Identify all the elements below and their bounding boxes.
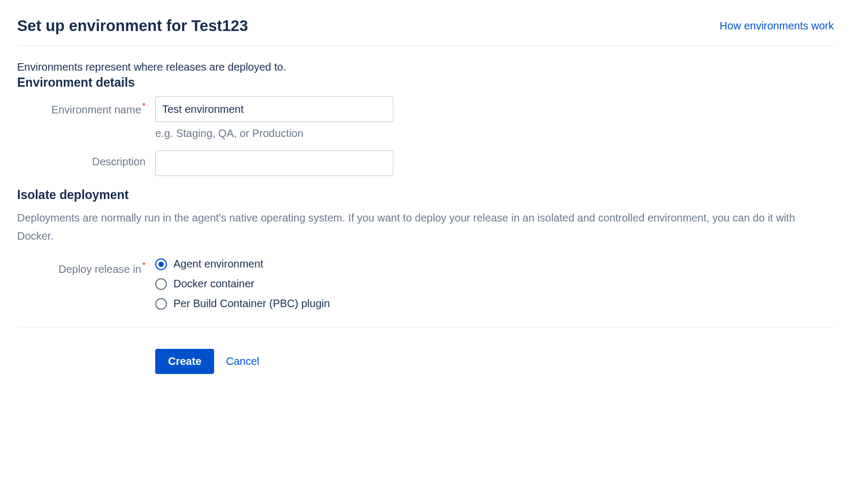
environment-name-hint: e.g. Staging, QA, or Production <box>155 127 393 140</box>
deploy-release-in-radio-group: Agent environment Docker container Per B… <box>155 256 330 310</box>
radio-docker-container[interactable]: Docker container <box>155 278 330 290</box>
environment-name-label: Environment name* <box>17 96 155 116</box>
footer-divider <box>17 327 834 327</box>
intro-text: Environments represent where releases ar… <box>17 61 834 73</box>
page-title: Set up environment for Test123 <box>17 17 248 35</box>
deploy-release-in-label-text: Deploy release in <box>58 263 141 275</box>
actions-row: Create Cancel <box>155 349 834 374</box>
required-asterisk-icon: * <box>142 102 146 111</box>
how-environments-work-link[interactable]: How environments work <box>720 20 834 32</box>
description-label: Description <box>17 150 155 168</box>
description-row: Description <box>17 150 834 176</box>
page-header: Set up environment for Test123 How envir… <box>17 17 834 46</box>
description-controls <box>155 150 393 176</box>
radio-agent-environment[interactable]: Agent environment <box>155 258 330 270</box>
radio-button-icon <box>155 258 167 270</box>
radio-button-icon <box>155 298 167 310</box>
create-button[interactable]: Create <box>155 349 214 374</box>
required-asterisk-icon: * <box>142 261 146 270</box>
radio-pbc-plugin[interactable]: Per Build Container (PBC) plugin <box>155 297 330 310</box>
environment-name-label-text: Environment name <box>51 104 141 116</box>
isolate-deployment-heading: Isolate deployment <box>17 188 834 202</box>
environment-name-input[interactable] <box>155 96 393 122</box>
deploy-release-in-row: Deploy release in* Agent environment Doc… <box>17 256 834 310</box>
radio-agent-environment-label: Agent environment <box>173 258 263 270</box>
isolate-deployment-section: Isolate deployment Deployments are norma… <box>17 188 834 310</box>
cancel-button[interactable]: Cancel <box>224 349 261 374</box>
deploy-release-in-label: Deploy release in* <box>17 256 155 276</box>
radio-pbc-plugin-label: Per Build Container (PBC) plugin <box>173 297 330 310</box>
radio-button-icon <box>155 278 167 290</box>
environment-name-row: Environment name* e.g. Staging, QA, or P… <box>17 96 834 140</box>
description-input[interactable] <box>155 150 393 176</box>
radio-docker-container-label: Docker container <box>173 278 254 290</box>
radio-dot-icon <box>158 262 164 267</box>
environment-name-controls: e.g. Staging, QA, or Production <box>155 96 393 140</box>
isolate-deployment-description: Deployments are normally run in the agen… <box>17 209 834 245</box>
environment-details-heading: Environment details <box>17 75 834 90</box>
